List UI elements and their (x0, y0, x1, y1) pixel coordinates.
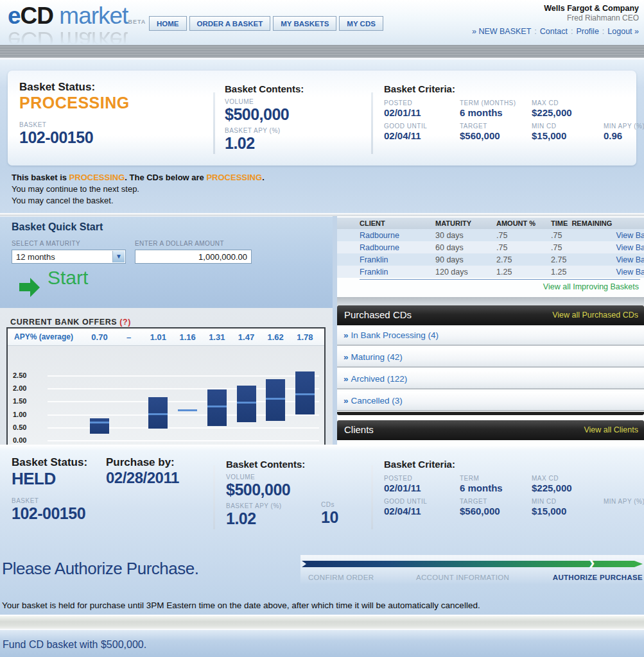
accordion-maturing[interactable]: »Maturing (42) (337, 348, 644, 368)
purchased-cds-footer-edge (337, 412, 644, 415)
chart-range-bar (207, 389, 227, 426)
step-confirm-order: CONFIRM ORDER (308, 574, 374, 581)
new-basket-link[interactable]: » NEW BASKET (472, 27, 531, 36)
right-column: CLIENT MATURITY AMOUNT % TIME REMAINING … (337, 216, 644, 445)
nav-tab-my-baskets[interactable]: MY BASKETS (273, 16, 336, 31)
table-row: Radbourne 60 days .75 .75 View Basket (337, 241, 644, 253)
logo-cd: CD (21, 3, 53, 29)
max-cd-value: $225,000 (532, 482, 604, 493)
contact-link[interactable]: Contact (540, 27, 568, 36)
view-basket-link[interactable]: View Basket (605, 255, 644, 264)
chart-range-bar (266, 379, 285, 421)
profile-link[interactable]: Profile (576, 27, 598, 36)
maturity-cell: 60 days (435, 243, 496, 252)
nav-tab-home[interactable]: HOME (149, 16, 187, 31)
accordion-label: Cancelled (3) (351, 396, 403, 405)
authorize-purchase-heading: Please Authorize Purchase. (2, 559, 198, 579)
dollar-amount-input[interactable] (135, 250, 252, 264)
basket-apy-value: 1.02 (225, 134, 304, 153)
accordion-archived[interactable]: »Archived (122) (337, 370, 644, 389)
status-word: PROCESSING (69, 173, 125, 182)
volume-label: VOLUME (226, 474, 305, 481)
target-label: TARGET (460, 123, 532, 130)
chart-ytick-label: 0.50 (13, 423, 39, 431)
chevron-right-icon: ❯ (588, 558, 595, 568)
purchased-cds-header: Purchased CDs View all Purchased CDs (337, 305, 644, 325)
chart-gridline (48, 440, 319, 441)
accordion-label: In Bank Processing (4) (351, 330, 439, 340)
target-label: TARGET (460, 498, 532, 505)
improving-baskets-table: CLIENT MATURITY AMOUNT % TIME REMAINING … (337, 218, 644, 278)
min-cd-label: MIN CD (532, 123, 604, 130)
basket-quick-start-panel: Basket Quick Start SELECT A MATURITY ENT… (0, 216, 333, 308)
basket-number-value: 102-00150 (12, 504, 87, 523)
held-note-text: Your basket is held for purchase until 3… (2, 601, 480, 610)
logo-market: market (53, 3, 128, 29)
basket-criteria-column: Basket Criteria: POSTED02/01/11 TERM (MO… (384, 83, 644, 141)
min-cd-value: $15,000 (532, 506, 604, 516)
purchase-by-label: Purchase by: (106, 456, 179, 469)
col-header-amount: AMOUNT % (496, 219, 551, 227)
bottom-divider-band (0, 615, 644, 630)
header-links: » NEW BASKET:Contact:Profile:Logout » (472, 27, 639, 36)
nav-tab-my-cds[interactable]: MY CDS (339, 16, 383, 31)
ecd-market-logo[interactable]: eCD marketBETA (8, 4, 146, 28)
chevron-down-icon[interactable]: ▼ (112, 251, 125, 262)
min-apy-value: 0.96 (604, 130, 644, 141)
help-icon[interactable]: (?) (119, 318, 131, 327)
accordion-label: Maturing (42) (351, 352, 403, 362)
quick-start-title: Basket Quick Start (12, 221, 103, 233)
logout-link[interactable]: Logout » (607, 27, 639, 36)
good-until-label: GOOD UNTIL (384, 498, 460, 505)
basket-contents-title: Basket Contents: (225, 83, 304, 94)
chart-range-bar (90, 418, 109, 434)
basket-contents-column: Basket Contents: VOLUME $500,000 BASKET … (225, 83, 304, 153)
right-column-divider (337, 297, 644, 305)
amount-cell: 1.25 (496, 268, 551, 277)
double-chevron-icon: » (344, 352, 347, 362)
client-link[interactable]: Radbourne (360, 243, 435, 252)
client-link[interactable]: Franklin (360, 255, 435, 264)
view-basket-link[interactable]: View Basket (605, 268, 644, 277)
ecd-market-app: eCD marketBETA eCD market HOME ORDER A B… (0, 0, 644, 657)
maturity-cell: 120 days (435, 268, 496, 277)
time-cell: .75 (551, 231, 605, 240)
view-basket-link[interactable]: View Basket (605, 231, 644, 240)
view-all-improving-baskets-link[interactable]: View all Improving Baskets (543, 282, 639, 291)
fund-basket-band: Fund CD basket with $500,000. (0, 630, 644, 657)
chart-apy-axis-label: APY% (average) (14, 332, 73, 341)
maturity-select[interactable]: 12 months ▼ (12, 250, 126, 264)
header-divider-band (0, 45, 644, 60)
basket-status-value: PROCESSING (19, 94, 130, 112)
client-link[interactable]: Franklin (360, 268, 435, 277)
good-until-label: GOOD UNTIL (384, 123, 460, 130)
maturity-cell: 90 days (435, 255, 496, 264)
max-cd-label: MAX CD (532, 99, 604, 107)
header: eCD marketBETA eCD market HOME ORDER A B… (0, 0, 644, 45)
basket-apy-label: BASKET APY (%) (226, 502, 305, 509)
cds-label: CDs (321, 501, 338, 508)
chart-apy-value-label: 1.78 (290, 332, 320, 342)
step-authorize-purchase: AUTHORIZE PURCHASE (553, 574, 643, 581)
term-value: 6 months (460, 107, 532, 118)
view-all-clients-link[interactable]: View all Clients (584, 425, 638, 434)
fund-basket-text: Fund CD basket with $500,000. (3, 639, 146, 651)
col-header-maturity: MATURITY (435, 219, 496, 227)
column-divider (371, 92, 373, 154)
chart-average-line (90, 422, 109, 423)
nav-tab-order-a-basket[interactable]: ORDER A BASKET (189, 16, 271, 31)
start-button[interactable]: Start (19, 267, 88, 289)
client-link[interactable]: Radbourne (360, 231, 435, 240)
chart-ytick-label: 1.50 (13, 397, 39, 405)
link-separator: : (531, 27, 539, 36)
col-header-time-remaining: TIME REMAINING (551, 219, 605, 227)
company-name: Wells Fargot & Company (472, 4, 639, 13)
accordion-cancelled[interactable]: »Cancelled (3) (337, 392, 644, 411)
status-message-line1: This basket is PROCESSING. The CDs below… (12, 172, 265, 183)
view-basket-link[interactable]: View Basket (605, 243, 644, 252)
cds-count-block: CDs 10 (321, 501, 338, 527)
target-value: $560,000 (460, 506, 532, 516)
accordion-in-bank-processing[interactable]: »In Bank Processing (4) (337, 327, 644, 346)
view-all-purchased-cds-link[interactable]: View all Purchased CDs (552, 311, 638, 320)
volume-value: $500,000 (226, 481, 305, 499)
